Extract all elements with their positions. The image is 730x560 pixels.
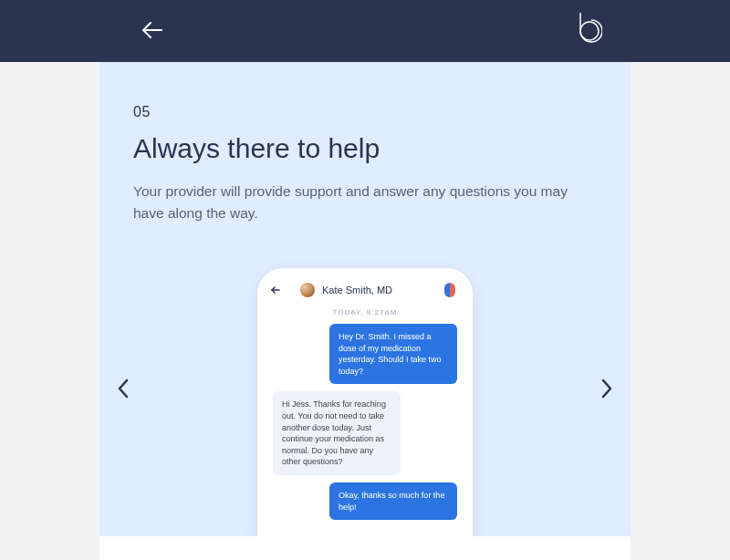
phone-mockup: Kate Smith, MD TODAY, 8:27AM Hey Dr. Smi… [257,268,473,560]
provider-avatar [300,283,315,297]
app-header [0,0,730,62]
chat-timestamp: TODAY, 8:27AM [267,308,463,316]
card-footer [99,536,631,560]
chat-message-out: Hey Dr. Smith. I missed a dose of my med… [329,324,457,384]
slide-number: 05 [133,104,631,120]
brand-logo-icon [569,11,602,55]
carousel-next-button[interactable] [600,379,613,404]
chat-header: Kate Smith, MD [267,281,463,305]
chat-message-in: Hi Jess. Thanks for reaching out. You do… [273,391,401,475]
back-arrow-icon[interactable] [141,21,163,43]
carousel-prev-button[interactable] [117,379,130,404]
app-badge-icon [444,283,455,297]
slide-description: Your provider will provide support and a… [133,181,597,224]
slide-title: Always there to help [133,133,631,164]
onboarding-slide: 05 Always there to help Your provider wi… [99,62,631,560]
provider-name: Kate Smith, MD [322,285,392,296]
chat-back-icon[interactable] [271,283,280,297]
chat-message-out: Okay, thanks so much for the help! [329,482,457,520]
